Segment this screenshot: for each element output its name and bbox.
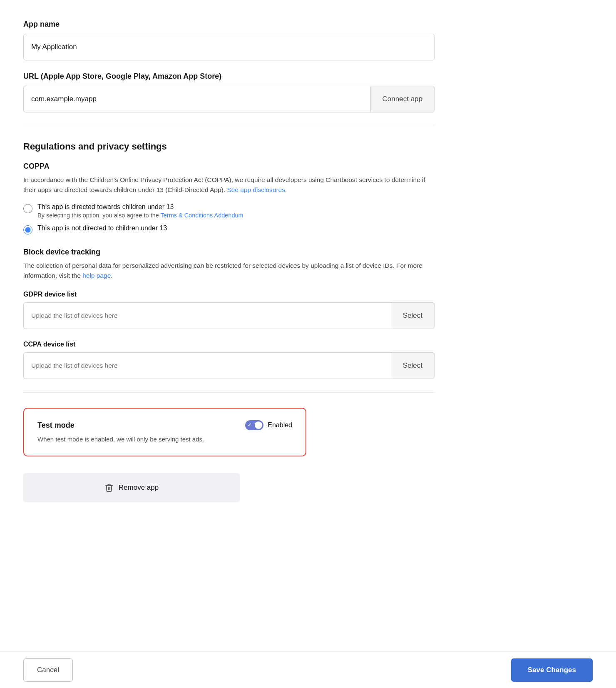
regulations-section-title: Regulations and privacy settings	[23, 141, 435, 152]
ccpa-input-row: Select	[23, 352, 435, 379]
remove-app-label: Remove app	[119, 484, 159, 492]
trash-icon	[104, 483, 114, 492]
coppa-description-text: In accordance with the Children's Online…	[23, 176, 425, 193]
coppa-radio-option-1: This app is directed towards children un…	[23, 203, 435, 219]
block-tracking-divider	[23, 392, 435, 393]
remove-app-button[interactable]: Remove app	[23, 473, 240, 502]
save-changes-button[interactable]: Save Changes	[511, 658, 593, 682]
ccpa-device-input[interactable]	[23, 352, 391, 379]
coppa-option1-label: This app is directed towards children un…	[37, 203, 243, 211]
terms-conditions-link[interactable]: Terms & Conditions Addendum	[161, 212, 243, 219]
test-mode-box: Test mode ✓ Enabled When test mode is en…	[23, 408, 306, 456]
url-row: Connect app	[23, 86, 435, 112]
test-mode-toggle-row: ✓ Enabled	[245, 420, 292, 430]
connect-app-button[interactable]: Connect app	[370, 86, 435, 112]
url-input[interactable]	[23, 86, 370, 112]
not-text: not	[72, 224, 81, 232]
cancel-button[interactable]: Cancel	[23, 658, 73, 682]
section-divider	[23, 126, 435, 126]
ccpa-label: CCPA device list	[23, 341, 75, 348]
coppa-option1-label-block: This app is directed towards children un…	[37, 203, 243, 219]
app-name-input[interactable]	[23, 34, 435, 60]
gdpr-label: GDPR device list	[23, 291, 77, 298]
url-label: URL (Apple App Store, Google Play, Amazo…	[23, 72, 435, 81]
test-mode-title: Test mode	[37, 421, 75, 430]
coppa-description: In accordance with the Children's Online…	[23, 175, 435, 195]
block-tracking-section: Block device tracking The collection of …	[23, 248, 435, 379]
test-mode-toggle-label: Enabled	[268, 421, 292, 429]
coppa-radio-option-2: This app is not directed to children und…	[23, 224, 435, 234]
help-page-link[interactable]: help page	[82, 272, 111, 279]
gdpr-input-row: Select	[23, 302, 435, 329]
gdpr-select-button[interactable]: Select	[391, 302, 435, 329]
toggle-slider	[245, 420, 263, 430]
coppa-not-directed-radio[interactable]	[23, 225, 32, 234]
block-tracking-description: The collection of personal data for pers…	[23, 261, 435, 281]
coppa-option2-label: This app is not directed to children und…	[37, 224, 167, 232]
coppa-option1-sublabel: By selecting this option, you also agree…	[37, 212, 243, 219]
coppa-subtitle: COPPA	[23, 162, 435, 171]
test-mode-header: Test mode ✓ Enabled	[37, 420, 292, 430]
ccpa-select-button[interactable]: Select	[391, 352, 435, 379]
gdpr-device-input[interactable]	[23, 302, 391, 329]
coppa-option2-label-block: This app is not directed to children und…	[37, 224, 167, 232]
test-mode-description: When test mode is enabled, we will only …	[37, 434, 292, 444]
ccpa-device-list-section: CCPA device list Select	[23, 341, 435, 379]
app-name-label: App name	[23, 20, 435, 29]
see-app-disclosures-link[interactable]: See app disclosures	[227, 186, 285, 193]
block-tracking-subtitle: Block device tracking	[23, 248, 435, 257]
test-mode-toggle[interactable]: ✓	[245, 420, 263, 430]
gdpr-device-list-section: GDPR device list Select	[23, 291, 435, 329]
footer-bar: Cancel Save Changes	[0, 651, 616, 688]
coppa-directed-radio[interactable]	[23, 204, 32, 213]
coppa-radio-group: This app is directed towards children un…	[23, 203, 435, 234]
